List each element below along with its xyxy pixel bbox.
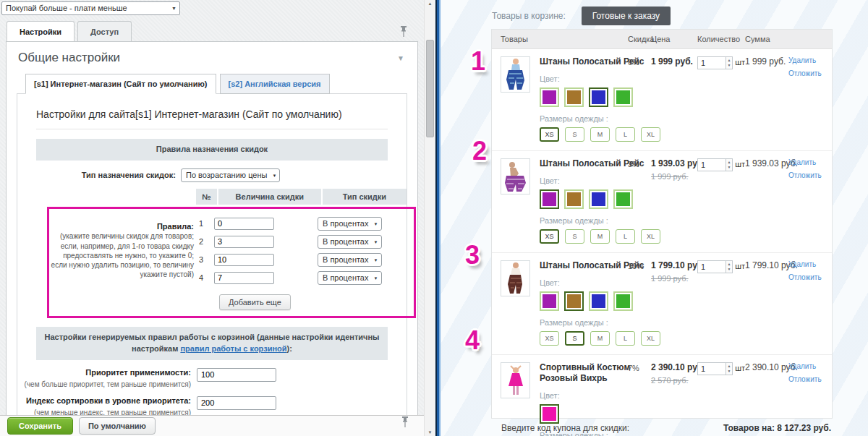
size-button[interactable]: S	[565, 127, 584, 142]
rule-value-input-3[interactable]	[214, 254, 274, 266]
stepper-up-icon[interactable]: ▲	[728, 58, 731, 63]
pin-icon[interactable]	[402, 416, 408, 430]
item-old-price: 2 570 руб.	[651, 376, 697, 385]
cart-title: Товары в корзине:	[492, 11, 566, 21]
sort-index-input[interactable]	[197, 396, 276, 410]
scroll-down-icon[interactable]: ▼	[425, 430, 435, 435]
cart-item-row: Штаны Полосатый Рейс Цвет: Размеры одежд…	[492, 253, 832, 355]
size-button[interactable]: M	[590, 331, 610, 346]
card-title: Общие настройки	[18, 51, 120, 65]
quantity-stepper[interactable]: ▲ ▼	[726, 56, 733, 69]
size-button[interactable]: M	[590, 229, 610, 244]
scroll-up-icon[interactable]: ▲	[425, 1, 435, 6]
caret-down-icon: ▼	[171, 6, 176, 11]
pin-icon[interactable]	[401, 26, 407, 40]
size-button-selected[interactable]: XS	[540, 229, 559, 244]
stepper-up-icon[interactable]: ▲	[728, 262, 731, 267]
color-swatch[interactable]	[589, 291, 608, 311]
rule-type-select-3[interactable]: В процентах ▼	[318, 253, 382, 267]
delete-link[interactable]: Удалить	[788, 260, 829, 268]
rule-type-select-4[interactable]: В процентах ▼	[318, 271, 382, 285]
add-rule-button[interactable]: Добавить еще	[219, 294, 291, 310]
rules-col-num: №	[196, 189, 217, 205]
stepper-up-icon[interactable]: ▲	[728, 160, 731, 165]
postpone-link[interactable]: Отложить	[788, 69, 829, 77]
stepper-up-icon[interactable]: ▲	[728, 364, 731, 369]
settings-panel: Покупай больше - плати меньше ▼ Настройк…	[0, 0, 424, 436]
color-swatch[interactable]	[564, 87, 584, 107]
default-button[interactable]: По умолчанию	[79, 417, 156, 435]
size-button-selected[interactable]: S	[565, 331, 584, 346]
quantity-stepper[interactable]: ▲ ▼	[726, 158, 733, 171]
discount-type-select[interactable]: По возрастанию цены ▼	[181, 168, 280, 182]
quantity-stepper[interactable]: ▲ ▼	[726, 362, 733, 375]
item-price: 1 939.03 руб.	[651, 158, 697, 168]
quantity-input[interactable]	[697, 362, 726, 375]
size-button-selected[interactable]: XS	[540, 127, 559, 142]
stepper-down-icon[interactable]: ▼	[728, 63, 731, 68]
form-title: Настройки для сайта[s1] Интернет-магазин…	[36, 108, 388, 120]
delete-link[interactable]: Удалить	[788, 56, 829, 64]
quantity-stepper[interactable]: ▲ ▼	[726, 260, 733, 273]
item-sum: 1 799.10 руб.	[745, 260, 788, 346]
cart-panel: 1 2 3 4 Товары в корзине: Готовые к зака…	[441, 0, 868, 436]
color-swatch-selected[interactable]	[589, 87, 608, 107]
rule-row: 3 В процентах ▼	[199, 253, 382, 267]
divider	[36, 129, 388, 129]
size-button[interactable]: M	[590, 127, 610, 142]
rule-value-input-2[interactable]	[214, 236, 274, 248]
site-tab-s2[interactable]: [s2] Английская версия	[220, 74, 330, 94]
delete-link[interactable]: Удалить	[788, 158, 829, 166]
vertical-scrollbar[interactable]: ▲ ▼	[424, 0, 435, 436]
quantity-unit: шт	[735, 158, 745, 168]
color-swatch-selected[interactable]	[540, 189, 559, 209]
stepper-down-icon[interactable]: ▼	[728, 267, 731, 272]
main-tabs: Настройки Доступ	[7, 21, 132, 41]
quantity-input[interactable]	[697, 260, 726, 273]
size-button[interactable]: S	[565, 229, 584, 244]
rules-col-type: Тип скидки	[323, 189, 407, 205]
product-thumbnail	[501, 158, 530, 195]
cart-item-row: Штаны Полосатый Рейс Цвет: Размеры одежд…	[492, 151, 832, 253]
rules-label: Правила:	[157, 222, 194, 231]
save-button[interactable]: Сохранить	[7, 417, 73, 435]
priority-label-block: Приоритет применимости: (чем больше прио…	[17, 368, 197, 390]
delete-link[interactable]: Удалить	[788, 362, 829, 370]
color-swatch[interactable]	[540, 291, 559, 311]
panel-divider	[435, 0, 441, 436]
priority-input[interactable]	[197, 368, 276, 382]
tab-settings[interactable]: Настройки	[7, 21, 75, 41]
site-tab-s1[interactable]: [s1] Интернет-магазин (Сайт по умолчанию…	[25, 74, 216, 94]
color-swatch[interactable]	[589, 189, 608, 209]
collapse-chevron-icon[interactable]: ▼	[397, 54, 407, 62]
tab-access[interactable]: Доступ	[77, 21, 132, 41]
scrollbar-thumb[interactable]	[426, 40, 434, 137]
item-old-price: 1 999 руб.	[651, 172, 697, 181]
postpone-link[interactable]: Отложить	[788, 171, 829, 179]
size-button[interactable]: XS	[540, 331, 559, 346]
postpone-link[interactable]: Отложить	[788, 375, 829, 383]
caret-down-icon: ▼	[374, 258, 378, 262]
discount-rule-selector[interactable]: Покупай больше - плати меньше ▼	[1, 1, 180, 15]
rules-table-header: № Величина скидки Тип скидки	[196, 189, 407, 205]
quantity-input[interactable]	[697, 158, 726, 171]
rule-value-input-1[interactable]	[214, 218, 274, 230]
color-swatch[interactable]	[564, 189, 584, 209]
caret-down-icon: ▼	[374, 276, 378, 281]
rule-type-select-2[interactable]: В процентах ▼	[318, 235, 382, 249]
rule-type-select-1[interactable]: В процентах ▼	[318, 217, 382, 231]
basket-rules-link[interactable]: правил работы с корзиной	[180, 344, 286, 353]
postpone-link[interactable]: Отложить	[788, 273, 829, 281]
color-swatch-selected[interactable]	[540, 404, 559, 424]
cart-item-row: Штаны Полосатый Рейс Цвет: Размеры одежд…	[492, 49, 832, 151]
stepper-down-icon[interactable]: ▼	[728, 369, 731, 374]
rule-value-input-4[interactable]	[214, 272, 274, 284]
color-swatch[interactable]	[540, 87, 559, 107]
discount-rule-selector-value: Покупай больше - плати меньше	[6, 4, 127, 12]
stepper-down-icon[interactable]: ▼	[728, 165, 731, 170]
rule-row: 2 В процентах ▼	[199, 235, 382, 249]
ready-to-order-button[interactable]: Готовые к заказу	[582, 7, 671, 25]
quantity-unit: шт	[735, 56, 745, 67]
color-swatch-selected[interactable]	[564, 291, 584, 311]
quantity-input[interactable]	[697, 56, 726, 69]
